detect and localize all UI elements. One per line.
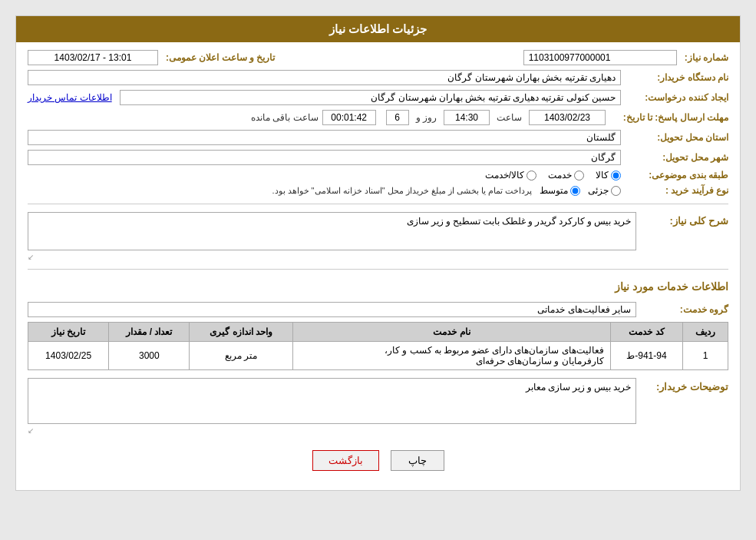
ostan-label: استان محل تحویل:: [621, 132, 728, 143]
tabaqe-kala-radio[interactable]: [611, 171, 621, 181]
goroh-value: سایر فعالیت‌های خدماتی: [28, 302, 636, 317]
btn-row: چاپ بازگشت: [28, 442, 728, 482]
mohlat-label: مهلت ارسال پاسخ: تا تاریخ:: [609, 112, 728, 123]
col-radif: ردیف: [683, 323, 728, 342]
shahr-value: گرگان: [28, 150, 621, 165]
cell-kod: 941-94-ط: [610, 342, 683, 370]
divider-1: [28, 204, 728, 204]
noع-motevaset[interactable]: متوسط: [540, 185, 580, 196]
noع-motevaset-radio[interactable]: [570, 186, 580, 196]
shmare-tarikh-row: شماره نیاز: 1103100977000001 تاریخ و ساع…: [28, 50, 728, 65]
mohlat-row: مهلت ارسال پاسخ: تا تاریخ: 1403/02/23 سا…: [28, 110, 728, 125]
mohlat-rooz: 6: [386, 110, 409, 125]
col-tedad: تعداد / مقدار: [109, 323, 190, 342]
cell-radif: 1: [683, 342, 728, 370]
noع-jozii[interactable]: جزئی: [588, 185, 621, 196]
tarikh-value: 1403/02/17 - 13:01: [28, 50, 158, 65]
tabaqe-kala[interactable]: کالا: [596, 170, 621, 181]
shmare-niaz-value: 1103100977000001: [523, 50, 677, 65]
col-nam: نام خدمت: [293, 323, 610, 342]
mohlat-baqi-label: ساعت باقی مانده: [251, 112, 319, 123]
table-container: ردیف کد خدمت نام خدمت واحد اندازه گیری ت…: [28, 322, 728, 370]
noع-options-group: جزئی متوسط پرداخت تمام یا بخشی از مبلغ خ…: [28, 185, 621, 196]
print-button[interactable]: چاپ: [391, 450, 444, 471]
shmare-niaz-label: شماره نیاز:: [685, 52, 728, 63]
ostan-value: گلستان: [28, 130, 621, 145]
nam-dastgah-row: نام دستگاه خریدار: دهیاری تقرتیه بخش بها…: [28, 70, 728, 85]
shahr-label: شهر محل تحویل:: [621, 152, 728, 163]
cell-nam: فعالیت‌های سازمان‌های دارای عضو مربوط به…: [293, 342, 610, 370]
goroh-label: گروه خدمت:: [636, 304, 728, 315]
toshih-container: خرید بیس و زیر سازی معابر ↙: [28, 378, 636, 435]
mohlat-date: 1403/02/23: [529, 110, 606, 125]
back-button[interactable]: بازگشت: [312, 450, 379, 471]
shahr-row: شهر محل تحویل: گرگان: [28, 150, 728, 165]
tabaqe-options: کالا خدمت کالا/خدمت: [485, 170, 621, 181]
tabaqe-label: طبقه بندی موضوعی:: [621, 170, 728, 181]
noع-label: نوع فرآیند خرید :: [621, 185, 728, 196]
page-container: جزئیات اطلاعات نیاز شماره نیاز: 11031009…: [15, 15, 741, 491]
sharh-textarea[interactable]: خرید بیس و کارکرد گریدر و غلطک بابت تسطی…: [28, 212, 636, 250]
nam-dastgah-value: دهیاری تقرتیه بخش بهاران شهرستان گرگان: [28, 70, 621, 85]
divider-2: [28, 269, 728, 270]
noع-row: نوع فرآیند خرید : جزئی متوسط پرداخت تمام…: [28, 185, 728, 196]
noع-jozii-radio[interactable]: [611, 186, 621, 196]
goroh-khedmat-row: گروه خدمت: سایر فعالیت‌های خدماتی: [28, 302, 728, 317]
toshih-row: توضیحات خریدار: خرید بیس و زیر سازی معاب…: [28, 378, 728, 435]
ijad-konande-value: حسین کنولی تقرتیه دهیاری تقرتیه بخش بهار…: [120, 90, 621, 105]
toshih-resize-handle: ↙: [28, 426, 636, 435]
col-tarikh: تاریخ نیاز: [28, 323, 109, 342]
mohlat-baqi: 00:01:42: [322, 110, 376, 125]
noع-desc: پرداخت تمام یا بخشی از مبلغ خریداز محل "…: [28, 186, 532, 196]
col-vahed: واحد اندازه گیری: [190, 323, 293, 342]
tabaqe-kala-khedmat[interactable]: کالا/خدمت: [485, 170, 536, 181]
col-kod: کد خدمت: [610, 323, 683, 342]
mohlat-saat-label: ساعت: [494, 112, 525, 123]
sharh-row: شرح کلی نیاز: خرید بیس و کارکرد گریدر و …: [28, 212, 728, 261]
sharh-container: خرید بیس و کارکرد گریدر و غلطک بابت تسطی…: [28, 212, 636, 261]
mohlat-saat: 14:30: [444, 110, 490, 125]
cell-tarikh: 1403/02/25: [28, 342, 109, 370]
sharh-resize-handle: ↙: [28, 253, 636, 261]
tabaqe-khedmat-radio[interactable]: [574, 171, 584, 181]
table-header-row: ردیف کد خدمت نام خدمت واحد اندازه گیری ت…: [28, 323, 728, 342]
toshih-label: توضیحات خریدار:: [636, 378, 728, 396]
ijad-konande-label: ایجاد کننده درخواست:: [621, 92, 728, 103]
khadamat-section-title: اطلاعات خدمات مورد نیاز: [28, 277, 728, 296]
content-area: شماره نیاز: 1103100977000001 تاریخ و ساع…: [16, 42, 740, 490]
tabaqe-kala-khedmat-radio[interactable]: [527, 171, 536, 181]
mohlat-rooz-label: روز و: [413, 112, 440, 123]
nam-dastgah-label: نام دستگاه خریدار:: [621, 72, 728, 83]
toshih-textarea[interactable]: خرید بیس و زیر سازی معابر: [28, 378, 636, 424]
tarikh-label: تاریخ و ساعت اعلان عمومی:: [166, 52, 275, 63]
table-row: 1 941-94-ط فعالیت‌های سازمان‌های دارای ع…: [28, 342, 728, 370]
page-title: جزئیات اطلاعات نیاز: [329, 22, 427, 35]
ostan-row: استان محل تحویل: گلستان: [28, 130, 728, 145]
ijad-konande-row: ایجاد کننده درخواست: حسین کنولی تقرتیه د…: [28, 90, 728, 105]
contact-link[interactable]: اطلاعات تماس خریدار: [28, 92, 112, 103]
cell-tedad: 3000: [109, 342, 190, 370]
sharh-label: شرح کلی نیاز:: [636, 212, 728, 230]
tabaqe-row: طبقه بندی موضوعی: کالا خدمت کالا/خدمت: [28, 170, 728, 181]
cell-vahed: متر مربع: [190, 342, 293, 370]
tabaqe-khedmat[interactable]: خدمت: [548, 170, 584, 181]
page-header: جزئیات اطلاعات نیاز: [16, 16, 740, 42]
khadamat-table: ردیف کد خدمت نام خدمت واحد اندازه گیری ت…: [28, 322, 728, 370]
